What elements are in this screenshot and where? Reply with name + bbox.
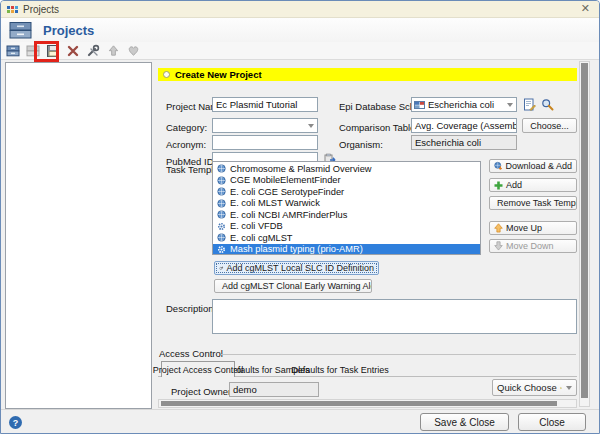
organism-value: Escherichia coli [411,135,517,150]
project-owner-value: demo [229,382,319,397]
acronym-label: Acronym: [166,139,206,150]
scrollbar-thumb[interactable] [161,401,557,406]
task-template-item[interactable]: Chromosome & Plasmid Overview [213,163,480,175]
gear-task-icon [217,222,226,231]
window-logo-icon [7,6,18,13]
button-label: Remove Task Template [497,198,577,208]
delete-project-icon[interactable] [65,43,81,59]
new-project-icon[interactable] [5,43,21,59]
add-cgmlst-slc-button[interactable]: Add cgMLST Local SLC ID Definition [214,261,379,275]
add-cgmlst-alert-button[interactable]: Add cgMLST Clonal Early Warning Alert De… [214,279,372,293]
key-icon [560,383,562,393]
vertical-scrollbar[interactable] [579,61,590,407]
search-scheme-icon[interactable] [540,97,555,112]
projects-app-icon [9,21,33,40]
button-label: Download & Add [505,161,572,171]
task-template-label: E. coli VFDB [230,221,283,231]
task-template-item[interactable]: E. coli CGE SerotypeFinder [213,186,480,198]
create-new-project-banner: Create New Project [158,68,577,81]
close-icon[interactable]: ✕ [581,2,590,15]
title-bar: Projects ✕ [1,1,599,18]
publish-icon [105,43,121,59]
globe-task-icon [217,164,226,173]
chevron-down-icon [507,103,513,107]
move-up-button[interactable]: Move Up [489,221,577,235]
save-and-close-button[interactable]: Save & Close [420,413,509,431]
description-textarea[interactable] [212,299,577,334]
chevron-down-icon [566,386,572,390]
task-template-item[interactable]: E. coli cgMLST [213,232,480,244]
epi-scheme-value: Escherichia coli [428,99,494,110]
move-down-button: Move Down [489,239,577,253]
toolbar [1,42,599,60]
arrow-up-icon [494,223,503,233]
scheme-grid-icon [414,101,425,109]
page-title: Projects [43,23,94,38]
edit-scheme-icon[interactable] [522,97,537,112]
project-owner-label: Project Owner: [171,386,234,397]
button-label: Add cgMLST Clonal Early Warning Alert De… [222,281,372,291]
collapse-toggle-icon[interactable] [163,71,170,78]
project-name-input[interactable] [212,97,318,112]
task-template-item[interactable]: CGE MobileElementFinder [213,175,480,187]
quick-choose-button[interactable]: Quick Choose [492,379,577,396]
button-label: Move Up [506,223,542,233]
globe-task-icon [217,176,226,185]
category-dropdown[interactable] [212,118,318,133]
tab-project-access-control[interactable]: Project Access Control [161,361,235,377]
task-templates-list[interactable]: Chromosome & Plasmid Overview CGE Mobile… [212,161,481,255]
task-template-label: E. coli MLST Warwick [230,198,320,208]
banner-title: Create New Project [175,69,262,80]
button-label: Add cgMLST Local SLC ID Definition [227,263,374,273]
save-project-icon[interactable] [45,43,61,59]
epi-scheme-dropdown[interactable]: Escherichia coli [411,97,517,112]
gear-task-icon [217,245,226,254]
projects-list[interactable] [5,62,152,409]
globe-task-icon [217,199,226,208]
plus-icon [494,181,503,190]
task-template-label: Mash plasmid typing (prio-AMR) [230,244,363,254]
task-template-item-selected[interactable]: Mash plasmid typing (prio-AMR) [213,244,480,256]
gear-star-icon [219,263,224,273]
footer-bar: ? Save & Close Close [1,409,599,434]
globe-task-icon [217,187,226,196]
task-template-item[interactable]: E. coli MLST Warwick [213,198,480,210]
task-template-label: Chromosome & Plasmid Overview [230,164,372,174]
divider [221,354,576,355]
globe-task-icon [217,210,226,219]
add-button[interactable]: Add [489,178,577,192]
task-template-label: E. coli NCBI AMRFinderPlus [230,210,347,220]
task-template-item[interactable]: E. coli NCBI AMRFinderPlus [213,209,480,221]
create-project-panel: Create New Project Project Name: Epi Dat… [155,60,591,409]
category-label: Category: [166,122,207,133]
download-and-add-button[interactable]: Download & Add [489,159,577,173]
task-template-label: E. coli CGE SerotypeFinder [230,187,344,197]
description-label: Description: [166,303,216,314]
horizontal-scrollbar[interactable] [158,399,577,408]
favorites-icon [125,43,141,59]
window-title: Projects [23,4,59,15]
button-label: Add [506,180,522,190]
chevron-down-icon [308,124,314,128]
arrow-down-icon [494,241,503,251]
button-label: Quick Choose [497,382,557,393]
globe-task-icon [217,233,226,242]
task-template-item[interactable]: E. coli VFDB [213,221,480,233]
scrollbar-thumb[interactable] [581,63,588,398]
close-button[interactable]: Close [518,413,586,431]
button-label: Move Down [506,241,554,251]
tab-defaults-for-task-entries[interactable]: Defaults for Task Entries [301,362,379,377]
page-header: Projects [1,18,599,42]
open-project-icon [25,43,41,59]
organism-label: Organism: [339,139,383,150]
help-icon[interactable]: ? [9,416,22,429]
tools-icon[interactable] [85,43,101,59]
choose-button[interactable]: Choose... [522,118,577,133]
task-template-label: CGE MobileElementFinder [230,175,341,185]
access-control-title: Access Control [159,348,223,359]
remove-task-template-button[interactable]: Remove Task Template [489,196,577,210]
comparison-fields-value: Avg. Coverage (Assembled), Approximated … [411,118,517,133]
acronym-input[interactable] [212,135,318,150]
projects-dialog: Projects ✕ Projects [0,0,600,434]
task-template-label: E. coli cgMLST [230,233,293,243]
